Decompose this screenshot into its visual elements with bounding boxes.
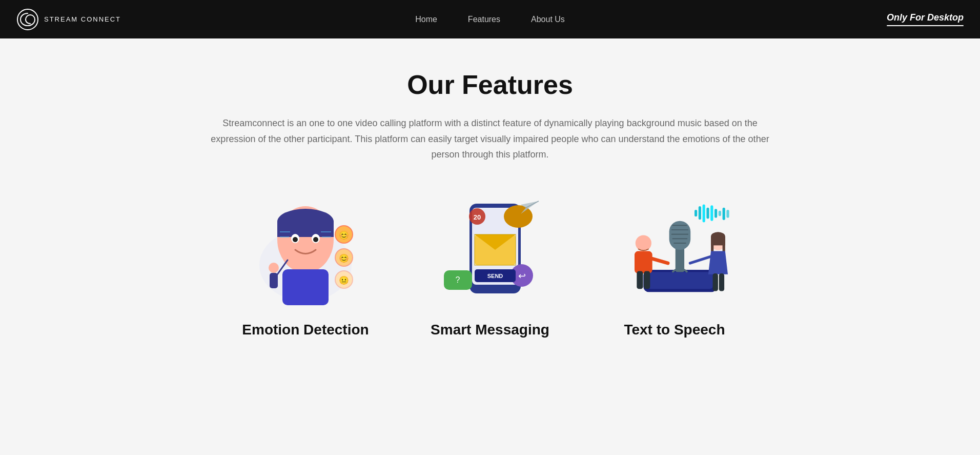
nav-item-home[interactable]: Home: [415, 15, 437, 24]
features-grid: 😊 😊 😐 Emotion Detection: [41, 193, 939, 338]
text-to-speech-illustration: [608, 193, 741, 306]
svg-point-31: [504, 205, 533, 228]
svg-rect-63: [635, 251, 652, 273]
main-content: Our Features Streamconnect is an one to …: [0, 38, 980, 359]
svg-text:😊: 😊: [339, 253, 349, 263]
svg-rect-4: [277, 222, 334, 237]
svg-rect-59: [719, 211, 721, 216]
svg-rect-74: [713, 273, 718, 291]
svg-rect-66: [644, 271, 650, 289]
feature-card-messaging: ? 20 ↩ SEND Smart Messaging: [413, 193, 567, 338]
brand-logo-icon: [16, 8, 39, 31]
svg-point-14: [269, 263, 279, 273]
nav-link-about[interactable]: About Us: [531, 15, 565, 24]
svg-rect-45: [647, 272, 713, 289]
svg-rect-70: [711, 236, 713, 252]
svg-rect-56: [706, 207, 709, 219]
svg-line-73: [690, 256, 711, 263]
feature-card-emotion: 😊 😊 😐 Emotion Detection: [229, 193, 382, 338]
svg-rect-75: [719, 273, 724, 291]
svg-point-8: [313, 237, 318, 242]
brand: STREAM CONNECT: [16, 8, 121, 31]
svg-rect-9: [282, 269, 329, 305]
section-description: Streamconnect is an one to one video cal…: [208, 115, 772, 163]
nav-link-features[interactable]: Features: [468, 15, 500, 24]
feature-card-speech: Text to Speech: [598, 193, 751, 338]
feature-title-emotion: Emotion Detection: [242, 322, 369, 338]
brand-title: STREAM CONNECT: [44, 15, 121, 23]
svg-text:20: 20: [474, 213, 481, 221]
desktop-label: Only For Desktop: [887, 12, 964, 23]
svg-text:?: ?: [456, 275, 460, 284]
svg-rect-53: [695, 210, 697, 216]
svg-rect-58: [714, 209, 717, 217]
svg-rect-65: [637, 271, 643, 289]
desktop-underline: [887, 25, 964, 26]
svg-rect-71: [723, 236, 725, 252]
svg-rect-61: [726, 210, 729, 218]
nav-links: Home Features About Us: [415, 15, 565, 24]
feature-title-messaging: Smart Messaging: [431, 322, 549, 338]
desktop-notice: Only For Desktop: [887, 12, 964, 26]
svg-rect-54: [699, 206, 701, 220]
section-title: Our Features: [41, 69, 939, 100]
navbar: STREAM CONNECT Home Features About Us On…: [0, 0, 980, 38]
svg-text:SEND: SEND: [487, 273, 503, 279]
svg-line-64: [652, 259, 668, 263]
svg-text:😊: 😊: [339, 230, 349, 240]
nav-item-about[interactable]: About Us: [531, 15, 565, 24]
emotion-detection-illustration: 😊 😊 😐: [239, 193, 372, 306]
svg-point-62: [636, 235, 651, 251]
svg-point-7: [293, 237, 298, 242]
svg-rect-57: [710, 205, 713, 221]
feature-title-speech: Text to Speech: [624, 322, 725, 338]
svg-text:↩: ↩: [518, 271, 526, 281]
svg-rect-55: [703, 204, 705, 222]
smart-messaging-illustration: ? 20 ↩ SEND: [423, 193, 557, 306]
svg-rect-60: [723, 207, 725, 220]
nav-link-home[interactable]: Home: [415, 15, 437, 24]
nav-item-features[interactable]: Features: [468, 15, 500, 24]
svg-text:😐: 😐: [339, 275, 349, 285]
svg-marker-72: [708, 251, 728, 274]
